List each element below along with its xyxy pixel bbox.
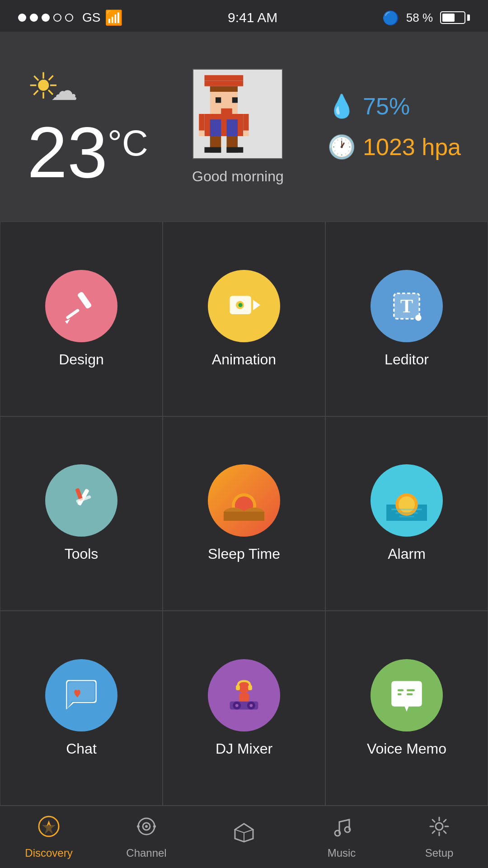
- app-cell-design[interactable]: Design: [0, 222, 163, 416]
- app-cell-tools[interactable]: Tools: [0, 416, 163, 611]
- battery-tip: [467, 14, 470, 21]
- svg-line-69: [235, 830, 244, 833]
- svg-rect-9: [210, 119, 221, 136]
- app-cell-leditor[interactable]: T Leditor: [325, 222, 488, 416]
- temperature-unit: °C: [108, 125, 148, 161]
- status-left: GS 📶: [18, 9, 123, 26]
- svg-point-63: [153, 825, 156, 828]
- svg-rect-1: [205, 75, 244, 80]
- discovery-icon: [38, 815, 60, 843]
- humidity-icon: 💧: [328, 93, 356, 119]
- svg-rect-43: [395, 512, 418, 514]
- svg-rect-6: [232, 97, 238, 103]
- svg-point-28: [415, 315, 422, 321]
- status-time: 9:41 AM: [228, 10, 277, 25]
- svg-rect-5: [216, 97, 221, 103]
- temperature-display: 23 °C: [27, 116, 148, 189]
- weather-right: 💧 75% 🕐 1023 hpa: [328, 93, 461, 160]
- svg-rect-10: [227, 119, 238, 136]
- pressure-icon: 🕐: [328, 134, 356, 160]
- music-icon: [330, 815, 353, 843]
- voice-label: Voice Memo: [367, 741, 446, 757]
- chat-icon: [45, 659, 117, 731]
- chat-label: Chat: [66, 741, 97, 757]
- weather-left: ☀ ☁ 23 °C: [27, 65, 148, 189]
- tab-setup[interactable]: Setup: [390, 815, 488, 859]
- setup-icon: [428, 815, 450, 843]
- app-cell-animation[interactable]: Animation: [163, 222, 325, 416]
- dot-3: [42, 14, 50, 22]
- animation-label: Animation: [212, 351, 276, 368]
- tab-setup-label: Setup: [425, 847, 454, 859]
- dot-5: [65, 14, 73, 22]
- svg-rect-14: [244, 130, 249, 136]
- svg-rect-20: [77, 291, 92, 309]
- design-label: Design: [59, 351, 104, 368]
- design-icon: [45, 270, 117, 342]
- signal-dots: [18, 14, 73, 22]
- svg-rect-2: [205, 80, 244, 86]
- tools-label: Tools: [65, 546, 99, 562]
- tab-music[interactable]: Music: [293, 815, 390, 859]
- app-cell-voice[interactable]: Voice Memo: [325, 611, 488, 806]
- tab-channel[interactable]: Channel: [98, 815, 195, 859]
- svg-point-52: [235, 704, 239, 707]
- battery-percent: 58 %: [406, 11, 433, 25]
- channel-icon: [135, 815, 158, 843]
- svg-point-53: [249, 704, 253, 707]
- app-cell-alarm[interactable]: Alarm: [325, 416, 488, 611]
- animation-icon: [208, 270, 280, 342]
- weather-icon-wrap: ☀ ☁: [27, 65, 148, 107]
- svg-rect-3: [210, 86, 238, 91]
- battery-body: [440, 11, 465, 24]
- svg-rect-49: [239, 693, 249, 702]
- pressure-stat: 🕐 1023 hpa: [328, 133, 461, 160]
- tab-discovery-label: Discovery: [25, 847, 72, 859]
- svg-rect-7: [221, 108, 233, 113]
- app-cell-chat[interactable]: Chat: [0, 611, 163, 806]
- svg-rect-13: [199, 130, 205, 136]
- svg-rect-54: [398, 689, 404, 692]
- svg-rect-11: [199, 114, 205, 131]
- humidity-value: 75%: [363, 93, 410, 120]
- svg-rect-42: [391, 509, 422, 510]
- svg-rect-47: [236, 685, 240, 690]
- leditor-label: Leditor: [385, 351, 429, 368]
- sleep-icon: [208, 464, 280, 537]
- svg-point-62: [145, 825, 148, 828]
- svg-rect-37: [224, 512, 264, 521]
- tab-channel-label: Channel: [126, 847, 166, 859]
- svg-marker-66: [235, 824, 253, 833]
- battery-icon: [440, 11, 470, 24]
- voice-icon: [371, 659, 443, 731]
- dj-icon: [208, 659, 280, 731]
- app-cell-dj[interactable]: DJ Mixer: [163, 611, 325, 806]
- svg-text:T: T: [400, 295, 413, 316]
- svg-rect-44: [399, 516, 414, 517]
- svg-point-41: [399, 496, 415, 513]
- svg-rect-19: [66, 308, 80, 320]
- greeting-text: Good morning: [192, 168, 284, 185]
- dot-1: [18, 14, 26, 22]
- app-cell-sleep[interactable]: Sleep Time: [163, 416, 325, 611]
- tools-icon: [45, 464, 117, 537]
- home-cube-icon: [233, 821, 255, 849]
- sleep-label: Sleep Time: [208, 546, 280, 562]
- tab-home[interactable]: [195, 821, 293, 853]
- weather-section: ☀ ☁ 23 °C: [0, 32, 488, 222]
- svg-rect-17: [205, 147, 221, 152]
- svg-rect-55: [398, 693, 402, 696]
- dot-2: [30, 14, 38, 22]
- status-bar: GS 📶 9:41 AM 🔵 58 %: [0, 0, 488, 32]
- tab-music-label: Music: [328, 847, 356, 859]
- svg-line-68: [244, 830, 253, 833]
- app-grid-section: Design Animation: [0, 222, 488, 806]
- tab-discovery[interactable]: Discovery: [0, 815, 98, 859]
- wifi-icon: 📶: [105, 9, 123, 26]
- svg-point-24: [239, 303, 243, 307]
- humidity-stat: 💧 75%: [328, 93, 410, 120]
- dot-4: [53, 14, 61, 22]
- temperature-value: 23: [27, 116, 108, 189]
- tab-bar: Discovery Channel: [0, 806, 488, 868]
- svg-marker-21: [65, 319, 70, 324]
